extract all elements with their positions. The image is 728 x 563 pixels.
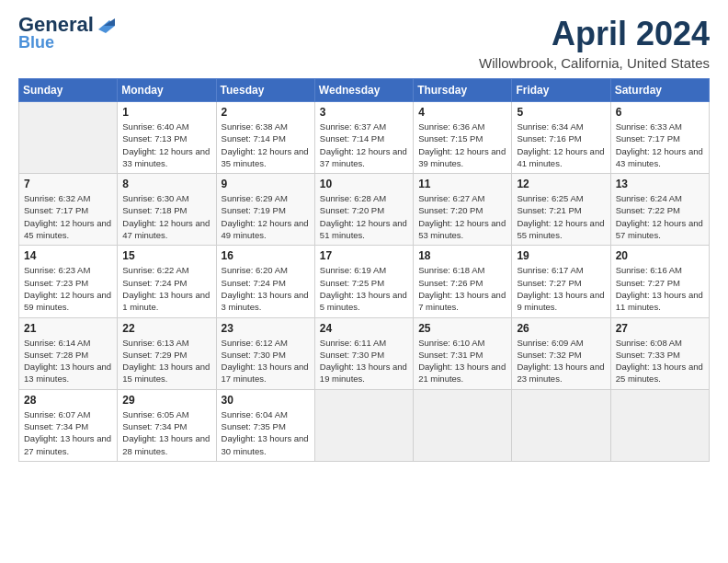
calendar-cell: [314, 389, 413, 461]
calendar-cell: 7Sunrise: 6:32 AM Sunset: 7:17 PM Daylig…: [19, 174, 118, 246]
day-number: 12: [517, 178, 605, 190]
day-info: Sunrise: 6:18 AM Sunset: 7:26 PM Dayligh…: [418, 264, 506, 313]
day-info: Sunrise: 6:16 AM Sunset: 7:27 PM Dayligh…: [616, 264, 704, 313]
day-info: Sunrise: 6:30 AM Sunset: 7:18 PM Dayligh…: [122, 192, 210, 241]
day-info: Sunrise: 6:07 AM Sunset: 7:34 PM Dayligh…: [24, 408, 112, 457]
calendar-cell: 4Sunrise: 6:36 AM Sunset: 7:15 PM Daylig…: [414, 102, 512, 174]
calendar-header-wednesday: Wednesday: [314, 79, 413, 102]
calendar-week-row: 21Sunrise: 6:14 AM Sunset: 7:28 PM Dayli…: [19, 317, 710, 389]
calendar-header-thursday: Thursday: [414, 79, 512, 102]
day-info: Sunrise: 6:34 AM Sunset: 7:16 PM Dayligh…: [517, 121, 605, 169]
calendar-cell: [610, 389, 709, 461]
day-info: Sunrise: 6:19 AM Sunset: 7:25 PM Dayligh…: [320, 264, 408, 313]
calendar-header-friday: Friday: [512, 79, 610, 102]
calendar-cell: 2Sunrise: 6:38 AM Sunset: 7:14 PM Daylig…: [216, 102, 314, 174]
day-info: Sunrise: 6:04 AM Sunset: 7:35 PM Dayligh…: [222, 408, 310, 457]
calendar-cell: 21Sunrise: 6:14 AM Sunset: 7:28 PM Dayli…: [19, 317, 118, 389]
calendar-cell: 28Sunrise: 6:07 AM Sunset: 7:34 PM Dayli…: [19, 389, 118, 461]
logo-general: General: [18, 15, 94, 35]
day-number: 10: [320, 178, 408, 190]
logo: General Blue: [18, 15, 115, 52]
day-info: Sunrise: 6:28 AM Sunset: 7:20 PM Dayligh…: [320, 192, 408, 241]
calendar-cell: 22Sunrise: 6:13 AM Sunset: 7:29 PM Dayli…: [118, 317, 216, 389]
day-number: 24: [320, 322, 408, 335]
day-number: 30: [222, 394, 310, 407]
day-info: Sunrise: 6:29 AM Sunset: 7:19 PM Dayligh…: [222, 192, 310, 241]
day-number: 13: [616, 178, 704, 190]
calendar-cell: 27Sunrise: 6:08 AM Sunset: 7:33 PM Dayli…: [610, 317, 709, 389]
day-number: 17: [320, 249, 408, 262]
calendar-cell: 14Sunrise: 6:23 AM Sunset: 7:23 PM Dayli…: [19, 246, 118, 317]
calendar-header-saturday: Saturday: [610, 79, 709, 102]
calendar-week-row: 7Sunrise: 6:32 AM Sunset: 7:17 PM Daylig…: [19, 174, 710, 246]
logo-blue: Blue: [18, 33, 54, 52]
calendar-cell: 11Sunrise: 6:27 AM Sunset: 7:20 PM Dayli…: [414, 174, 512, 246]
calendar-cell: 1Sunrise: 6:40 AM Sunset: 7:13 PM Daylig…: [118, 102, 216, 174]
day-number: 23: [222, 322, 310, 335]
day-number: 3: [320, 106, 408, 119]
calendar-cell: 24Sunrise: 6:11 AM Sunset: 7:30 PM Dayli…: [314, 317, 413, 389]
calendar-cell: 8Sunrise: 6:30 AM Sunset: 7:18 PM Daylig…: [118, 174, 216, 246]
day-number: 4: [418, 106, 506, 119]
calendar-header-sunday: Sunday: [19, 79, 118, 102]
calendar-cell: [512, 389, 610, 461]
calendar-header-tuesday: Tuesday: [216, 79, 314, 102]
calendar-cell: 6Sunrise: 6:33 AM Sunset: 7:17 PM Daylig…: [610, 102, 709, 174]
calendar-cell: 13Sunrise: 6:24 AM Sunset: 7:22 PM Dayli…: [610, 174, 709, 246]
calendar-cell: 12Sunrise: 6:25 AM Sunset: 7:21 PM Dayli…: [512, 174, 610, 246]
calendar-cell: [414, 389, 512, 461]
day-info: Sunrise: 6:13 AM Sunset: 7:29 PM Dayligh…: [122, 337, 210, 385]
calendar-cell: 30Sunrise: 6:04 AM Sunset: 7:35 PM Dayli…: [216, 389, 314, 461]
day-info: Sunrise: 6:11 AM Sunset: 7:30 PM Dayligh…: [320, 337, 408, 385]
day-number: 22: [122, 322, 210, 335]
day-number: 20: [616, 249, 704, 262]
day-info: Sunrise: 6:36 AM Sunset: 7:15 PM Dayligh…: [418, 121, 506, 169]
day-number: 8: [122, 178, 210, 190]
day-info: Sunrise: 6:09 AM Sunset: 7:32 PM Dayligh…: [517, 337, 605, 385]
location: Willowbrook, California, United States: [479, 55, 710, 71]
day-number: 9: [222, 178, 310, 190]
calendar-cell: 5Sunrise: 6:34 AM Sunset: 7:16 PM Daylig…: [512, 102, 610, 174]
month-title: April 2024: [479, 15, 710, 53]
day-number: 21: [24, 322, 112, 335]
day-number: 19: [517, 249, 605, 262]
day-number: 25: [418, 322, 506, 335]
calendar-cell: 3Sunrise: 6:37 AM Sunset: 7:14 PM Daylig…: [314, 102, 413, 174]
calendar-cell: 16Sunrise: 6:20 AM Sunset: 7:24 PM Dayli…: [216, 246, 314, 317]
day-info: Sunrise: 6:08 AM Sunset: 7:33 PM Dayligh…: [616, 337, 704, 385]
logo-bird-icon: [95, 17, 115, 33]
calendar-cell: 20Sunrise: 6:16 AM Sunset: 7:27 PM Dayli…: [610, 246, 709, 317]
day-number: 15: [122, 249, 210, 262]
svg-marker-1: [104, 18, 115, 26]
day-number: 28: [24, 394, 112, 407]
calendar-week-row: 1Sunrise: 6:40 AM Sunset: 7:13 PM Daylig…: [19, 102, 710, 174]
day-info: Sunrise: 6:20 AM Sunset: 7:24 PM Dayligh…: [222, 264, 310, 313]
day-info: Sunrise: 6:12 AM Sunset: 7:30 PM Dayligh…: [222, 337, 310, 385]
day-info: Sunrise: 6:05 AM Sunset: 7:34 PM Dayligh…: [122, 408, 210, 457]
day-number: 27: [616, 322, 704, 335]
calendar-cell: 17Sunrise: 6:19 AM Sunset: 7:25 PM Dayli…: [314, 246, 413, 317]
calendar-cell: 26Sunrise: 6:09 AM Sunset: 7:32 PM Dayli…: [512, 317, 610, 389]
calendar-cell: 10Sunrise: 6:28 AM Sunset: 7:20 PM Dayli…: [314, 174, 413, 246]
calendar-header-row: SundayMondayTuesdayWednesdayThursdayFrid…: [19, 79, 710, 102]
calendar-cell: 25Sunrise: 6:10 AM Sunset: 7:31 PM Dayli…: [414, 317, 512, 389]
calendar-cell: 15Sunrise: 6:22 AM Sunset: 7:24 PM Dayli…: [118, 246, 216, 317]
calendar-cell: 9Sunrise: 6:29 AM Sunset: 7:19 PM Daylig…: [216, 174, 314, 246]
calendar-cell: 18Sunrise: 6:18 AM Sunset: 7:26 PM Dayli…: [414, 246, 512, 317]
day-number: 5: [517, 106, 605, 119]
title-block: April 2024 Willowbrook, California, Unit…: [479, 15, 710, 71]
calendar-week-row: 14Sunrise: 6:23 AM Sunset: 7:23 PM Dayli…: [19, 246, 710, 317]
day-info: Sunrise: 6:10 AM Sunset: 7:31 PM Dayligh…: [418, 337, 506, 385]
day-info: Sunrise: 6:32 AM Sunset: 7:17 PM Dayligh…: [24, 192, 112, 241]
day-number: 1: [122, 106, 210, 119]
page-header: General Blue April 2024 Willowbrook, Cal…: [18, 15, 710, 71]
calendar-week-row: 28Sunrise: 6:07 AM Sunset: 7:34 PM Dayli…: [19, 389, 710, 461]
day-number: 7: [24, 178, 112, 190]
calendar-table: SundayMondayTuesdayWednesdayThursdayFrid…: [18, 78, 710, 462]
day-info: Sunrise: 6:25 AM Sunset: 7:21 PM Dayligh…: [517, 192, 605, 241]
day-number: 6: [616, 106, 704, 119]
day-info: Sunrise: 6:23 AM Sunset: 7:23 PM Dayligh…: [24, 264, 112, 313]
calendar-cell: 23Sunrise: 6:12 AM Sunset: 7:30 PM Dayli…: [216, 317, 314, 389]
day-number: 16: [222, 249, 310, 262]
day-number: 2: [222, 106, 310, 119]
